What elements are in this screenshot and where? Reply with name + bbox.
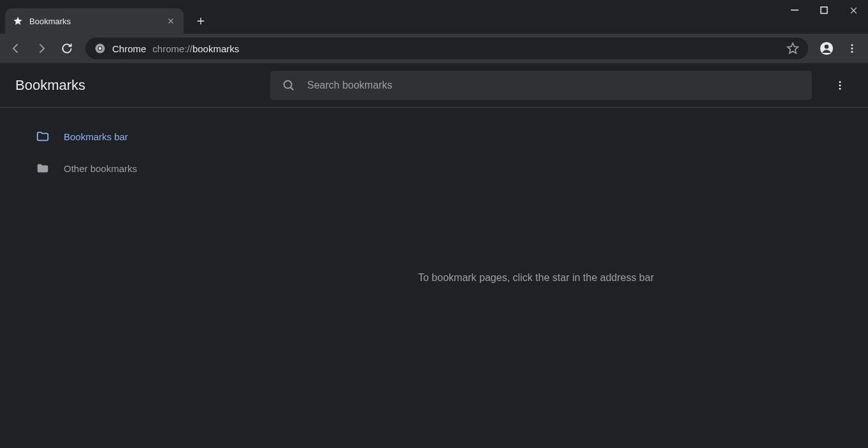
search-icon bbox=[282, 78, 296, 92]
page-menu-button[interactable] bbox=[827, 73, 853, 98]
address-bar[interactable]: Chrome chrome://bookmarks bbox=[85, 38, 808, 59]
maximize-button[interactable] bbox=[809, 0, 839, 20]
reload-button[interactable] bbox=[56, 38, 78, 59]
back-button[interactable] bbox=[5, 38, 27, 59]
close-window-button[interactable] bbox=[839, 0, 868, 20]
main-panel: To bookmark pages, click the star in the… bbox=[204, 108, 868, 448]
browser-menu-button[interactable] bbox=[841, 38, 863, 59]
sidebar-item-label: Bookmarks bar bbox=[64, 131, 128, 142]
bookmarks-header: Bookmarks bbox=[0, 63, 868, 108]
sidebar-item-label: Other bookmarks bbox=[64, 163, 137, 174]
svg-point-11 bbox=[839, 81, 841, 83]
star-icon bbox=[13, 16, 23, 26]
svg-point-12 bbox=[839, 84, 841, 86]
svg-rect-1 bbox=[821, 7, 827, 13]
svg-point-7 bbox=[851, 44, 853, 46]
folder-open-icon bbox=[36, 129, 50, 143]
svg-point-10 bbox=[284, 80, 292, 88]
tab-title: Bookmarks bbox=[29, 17, 159, 26]
titlebar: Bookmarks bbox=[0, 0, 868, 34]
new-tab-button[interactable] bbox=[190, 10, 212, 32]
svg-point-13 bbox=[839, 87, 841, 89]
url-text: chrome://bookmarks bbox=[152, 43, 239, 54]
browser-tab[interactable]: Bookmarks bbox=[5, 8, 184, 34]
search-container bbox=[270, 71, 812, 100]
page-title: Bookmarks bbox=[15, 77, 270, 94]
forward-button[interactable] bbox=[31, 38, 52, 59]
window-controls bbox=[780, 0, 868, 23]
svg-rect-0 bbox=[791, 10, 799, 11]
profile-button[interactable] bbox=[816, 38, 837, 59]
sidebar-item-other-bookmarks[interactable]: Other bookmarks bbox=[36, 152, 204, 184]
chrome-icon bbox=[94, 43, 106, 54]
close-tab-button[interactable] bbox=[166, 16, 176, 26]
svg-point-4 bbox=[99, 47, 102, 50]
search-input[interactable] bbox=[307, 80, 800, 91]
content-area: Bookmarks bar Other bookmarks To bookmar… bbox=[0, 108, 868, 448]
bookmark-star-icon[interactable] bbox=[786, 42, 799, 55]
url-scheme-label: Chrome bbox=[112, 43, 146, 54]
empty-state-message: To bookmark pages, click the star in the… bbox=[418, 272, 654, 284]
sidebar: Bookmarks bar Other bookmarks bbox=[0, 108, 204, 448]
browser-toolbar: Chrome chrome://bookmarks bbox=[0, 34, 868, 63]
sidebar-item-bookmarks-bar[interactable]: Bookmarks bar bbox=[36, 120, 204, 152]
minimize-button[interactable] bbox=[780, 0, 809, 20]
svg-point-9 bbox=[851, 51, 853, 53]
svg-point-6 bbox=[825, 45, 829, 49]
svg-point-8 bbox=[851, 48, 853, 50]
folder-icon bbox=[36, 161, 50, 175]
